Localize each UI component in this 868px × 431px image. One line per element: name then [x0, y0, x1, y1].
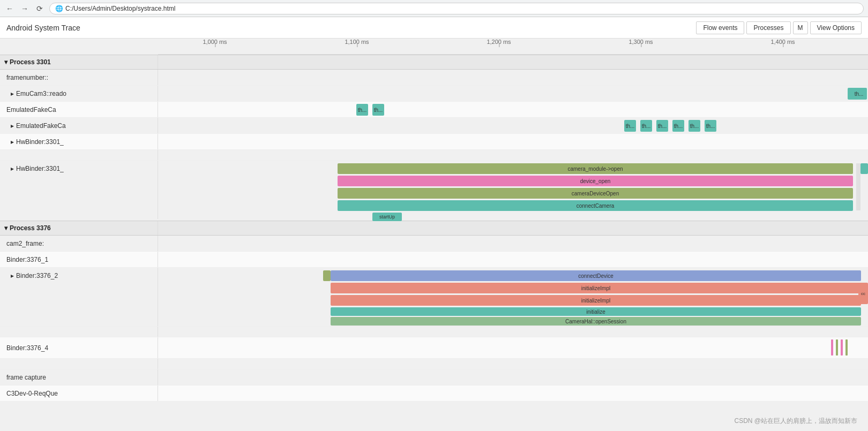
back-button[interactable]: ← [4, 3, 15, 14]
block-tiny-left[interactable] [323, 270, 331, 281]
track-hwbinder-1: ▸ HwBinder:3301_ [0, 134, 868, 150]
time-mark-1000: 1,000 ms [203, 39, 227, 45]
spacer-label-2 [0, 327, 158, 337]
thin-bar-hwbinder [856, 163, 860, 210]
block-ef2-3[interactable]: th... [656, 120, 668, 132]
view-options-button[interactable]: View Options [810, 21, 862, 34]
track-content-c3dev[interactable] [158, 385, 868, 401]
app-header: Android System Trace Flow events Process… [0, 17, 868, 39]
track-content-hwbinder-1[interactable] [158, 134, 868, 149]
mini-bar-2 [836, 339, 838, 356]
label-binder3376-1: Binder:3376_1 [0, 252, 158, 267]
header-buttons: Flow events Processes M View Options [696, 21, 862, 34]
label-binder3376-2: ▸ Binder:3376_2 [0, 268, 158, 326]
label-framenumber: framenumber:: [0, 70, 158, 85]
track-c3dev: C3Dev-0-ReqQue [0, 385, 868, 402]
block-camera-module-open[interactable]: camera_module->open [338, 163, 853, 174]
block-ef1-1[interactable]: th... [356, 104, 368, 116]
label-emulated-fakeca-2: ▸ EmulatedFakeCa [0, 118, 158, 133]
track-frame-capture: frame capture [0, 369, 868, 385]
track-binder3376-4: Binder:3376_4 [0, 337, 868, 359]
mini-bar-3 [841, 339, 843, 356]
track-content-binder3376-1[interactable] [158, 252, 868, 267]
spacer-content-1 [158, 150, 868, 160]
label-c3dev: C3Dev-0-ReqQue [0, 385, 158, 401]
app-title: Android System Trace [6, 24, 696, 32]
favicon-icon: 🌐 [55, 5, 63, 12]
track-spacer-3 [0, 359, 868, 369]
process-3301-label: Process 3301 [10, 58, 51, 66]
label-emucam3: ▸ EmuCam3::reado [0, 86, 158, 101]
block-camerahal-opensession[interactable]: CameraHal::openSession [331, 317, 861, 326]
label-binder3376-4: Binder:3376_4 [0, 337, 158, 358]
track-spacer-1 [0, 150, 868, 161]
track-framenumber: framenumber:: [0, 70, 868, 86]
main-content: 1,000 ms 1,100 ms 1,200 ms 1,300 ms 1,40… [0, 39, 868, 431]
processes-button[interactable]: Processes [746, 21, 790, 34]
track-hwbinder-2: ▸ HwBinder:3301_ camera_module->open dev… [0, 161, 868, 220]
process-3376-arrow: ▾ [4, 224, 8, 232]
process-3301-arrow: ▾ [4, 58, 8, 66]
block-ef2-1[interactable]: th... [624, 120, 636, 132]
block-ef2-2[interactable]: th... [640, 120, 652, 132]
track-content-emucam3[interactable]: th... th... [158, 86, 868, 101]
block-emucam3-2[interactable]: th... [851, 88, 867, 100]
track-emucam3: ▸ EmuCam3::reado th... th... [0, 86, 868, 102]
mini-bar-1 [831, 339, 833, 356]
track-binder3376-2: ▸ Binder:3376_2 connectDevice initialize… [0, 268, 868, 327]
time-ruler: 1,000 ms 1,100 ms 1,200 ms 1,300 ms 1,40… [158, 39, 868, 55]
block-ef2-4[interactable]: th... [672, 120, 684, 132]
browser-bar: ← → ⟳ 🌐 C:/Users/Admin/Desktop/systrace.… [0, 0, 868, 17]
track-emulated-fakeca-2: ▸ EmulatedFakeCa th... th... th... th...… [0, 118, 868, 134]
block-camera-device-open[interactable]: cameraDeviceOpen [338, 188, 853, 199]
forward-button[interactable]: → [19, 3, 30, 14]
label-hwbinder-1: ▸ HwBinder:3301_ [0, 134, 158, 149]
spacer-content-3 [158, 359, 868, 369]
time-mark-1300: 1,300 ms [628, 39, 653, 45]
refresh-button[interactable]: ⟳ [34, 3, 45, 14]
track-content-emulated-2[interactable]: th... th... th... th... th... th... [158, 118, 868, 133]
block-connect-device[interactable]: connectDevice [331, 270, 861, 281]
block-device-open[interactable]: device_open [338, 176, 853, 186]
time-mark-1400: 1,400 ms [770, 39, 795, 45]
label-frame-capture: frame capture [0, 369, 158, 385]
track-content-cam2-frame[interactable] [158, 236, 868, 251]
block-ef2-5[interactable]: th... [689, 120, 700, 132]
process-3376-header: ▾ Process 3376 [0, 221, 868, 236]
track-emulated-fakeca-1: EmulatedFakeCa th... th... [0, 102, 868, 118]
block-right-1[interactable] [860, 163, 868, 174]
track-content-emulated-1[interactable]: th... th... [158, 102, 868, 117]
spacer-label-3 [0, 359, 158, 369]
track-content-hwbinder-2[interactable]: camera_module->open device_open cameraDe… [158, 161, 868, 219]
label-hwbinder-2: ▸ HwBinder:3301_ [0, 161, 158, 219]
track-content-binder3376-4[interactable] [158, 337, 868, 358]
block-startup[interactable]: startUp [372, 213, 402, 221]
block-ef2-6[interactable]: th... [705, 120, 716, 132]
address-text: C:/Users/Admin/Desktop/systrace.html [65, 5, 175, 12]
time-mark-1200: 1,200 ms [487, 39, 511, 45]
label-cam2-frame: cam2_frame: [0, 236, 158, 251]
process-3301-header: ▾ Process 3301 [0, 55, 868, 70]
m-button[interactable]: M [793, 21, 808, 34]
label-emulated-fakeca-1: EmulatedFakeCa [0, 102, 158, 117]
track-cam2-frame: cam2_frame: [0, 236, 868, 252]
spacer-content-2 [158, 327, 868, 337]
process-3376-label: Process 3376 [10, 224, 51, 232]
flow-events-button[interactable]: Flow events [696, 21, 744, 34]
track-content-binder3376-2[interactable]: connectDevice initializeImpl initializeI… [158, 268, 868, 326]
track-content-frame-capture[interactable] [158, 369, 868, 385]
block-initialize-impl-2[interactable]: initializeImpl [331, 295, 861, 306]
track-spacer-2 [0, 327, 868, 337]
block-connect-camera[interactable]: connectCamera [338, 200, 853, 211]
address-bar[interactable]: 🌐 C:/Users/Admin/Desktop/systrace.html [49, 3, 864, 14]
track-content-framenumber[interactable] [158, 70, 868, 85]
block-cc-right[interactable]: cc [858, 283, 868, 304]
block-ef1-2[interactable]: th... [372, 104, 384, 116]
track-binder3376-1: Binder:3376_1 [0, 252, 868, 268]
time-mark-1100: 1,100 ms [345, 39, 369, 45]
block-initialize[interactable]: initialize [331, 307, 861, 316]
block-initialize-impl-1[interactable]: initializeImpl [331, 283, 861, 293]
spacer-label-1 [0, 150, 158, 160]
mini-bar-4 [845, 339, 848, 356]
